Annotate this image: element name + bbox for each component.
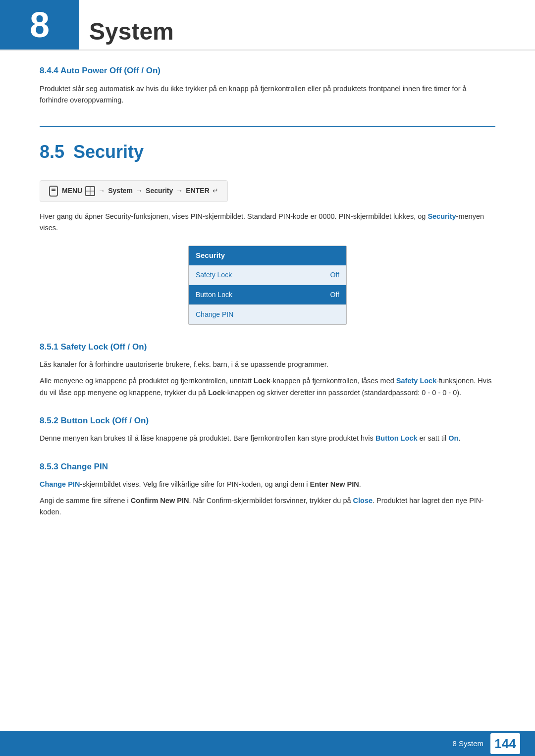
- text2-pre: Alle menyene og knappene på produktet og…: [40, 377, 254, 385]
- menu-path-security: Security: [146, 186, 173, 196]
- remote-icon: [49, 186, 58, 197]
- menu-path-menu: MENU: [62, 186, 82, 196]
- section-85-number: 8.5: [40, 139, 64, 165]
- section-85: 8.5 Security MENU → System → Security → …: [40, 139, 495, 518]
- security-menu-box: Security Safety Lock Off Button Lock Off…: [188, 246, 347, 325]
- menu-path-system: System: [108, 186, 133, 196]
- header-divider: [0, 50, 535, 50]
- text2-end: -knappen og skriver deretter inn passord…: [225, 389, 461, 397]
- chapter-number-block: 8: [0, 0, 79, 50]
- security-menu-container: Security Safety Lock Off Button Lock Off…: [40, 246, 495, 325]
- text1-mid: -skjermbildet vises. Velg fire vilkårlig…: [80, 480, 310, 488]
- text-pre: Denne menyen kan brukes til å låse knapp…: [40, 434, 375, 442]
- section-851-title: 8.5.1 Safety Lock (Off / On): [40, 341, 495, 353]
- text-bold2: On: [448, 434, 458, 442]
- text2-pre: Angi de samme fire sifrene i: [40, 497, 131, 504]
- menu-path: MENU → System → Security → ENTER ↵: [40, 180, 228, 202]
- section-853-title: 8.5.3 Change PIN: [40, 460, 495, 473]
- menu-item-safety-lock-label: Safety Lock: [196, 270, 232, 280]
- section-852-title: 8.5.2 Button Lock (Off / On): [40, 414, 495, 427]
- text1-bold: Change PIN: [40, 480, 80, 488]
- text2-bold: Confirm New PIN: [131, 497, 189, 504]
- section-853-text1: Change PIN-skjermbildet vises. Velg fire…: [40, 479, 495, 490]
- section-851-text1: Lås kanaler for å forhindre uautoriserte…: [40, 359, 495, 370]
- section-844-text: Produktet slår seg automatisk av hvis du…: [40, 83, 495, 106]
- menu-item-safety-lock-value: Off: [330, 270, 339, 280]
- text1-end: .: [359, 480, 361, 488]
- intro-text-1: Hver gang du åpner Security-funksjonen, …: [40, 212, 428, 220]
- chapter-title: System: [89, 14, 174, 50]
- section-851: 8.5.1 Safety Lock (Off / On) Lås kanaler…: [40, 341, 495, 399]
- section-844: 8.4.4 Auto Power Off (Off / On) Produkte…: [40, 64, 495, 106]
- text-bold: Button Lock: [375, 434, 418, 442]
- text2-bold2: Safety Lock: [396, 377, 436, 385]
- section-844-title: 8.4.4 Auto Power Off (Off / On): [40, 64, 495, 77]
- menu-item-change-pin[interactable]: Change PIN: [189, 305, 346, 324]
- text2-bold2: Close: [353, 497, 373, 504]
- text-mid: er satt til: [417, 434, 448, 442]
- text2-bold3: Lock: [208, 389, 225, 397]
- chapter-number: 8: [30, 7, 50, 43]
- text1-bold2: Enter New PIN: [310, 480, 359, 488]
- page-footer: 8 System 144: [0, 731, 535, 756]
- page-number: 144: [490, 733, 520, 754]
- intro-bold: Security: [428, 212, 456, 220]
- arrow-2: →: [136, 186, 143, 196]
- section-853: 8.5.3 Change PIN Change PIN-skjermbildet…: [40, 460, 495, 518]
- grid-icon: [85, 186, 95, 196]
- section-85-intro: Hver gang du åpner Security-funksjonen, …: [40, 211, 495, 234]
- section-853-text2: Angi de samme fire sifrene i Confirm New…: [40, 495, 495, 518]
- section-852-text: Denne menyen kan brukes til å låse knapp…: [40, 433, 495, 444]
- section-divider: [40, 126, 495, 127]
- section-85-header: 8.5 Security: [40, 139, 495, 165]
- text2-mid: . Når Confirm-skjermbildet forsvinner, t…: [189, 497, 353, 504]
- section-851-text2: Alle menyene og knappene på produktet og…: [40, 375, 495, 398]
- footer-text: 8 System: [452, 738, 483, 750]
- menu-item-button-lock-value: Off: [330, 290, 339, 300]
- menu-item-button-lock[interactable]: Button Lock Off: [189, 285, 346, 305]
- menu-item-change-pin-label: Change PIN: [196, 309, 233, 320]
- security-menu-header: Security: [189, 246, 346, 265]
- section-85-title: Security: [73, 139, 144, 165]
- text-end: .: [458, 434, 460, 442]
- section-852: 8.5.2 Button Lock (Off / On) Denne menye…: [40, 414, 495, 445]
- menu-item-safety-lock[interactable]: Safety Lock Off: [189, 265, 346, 285]
- enter-icon: ↵: [213, 186, 218, 196]
- menu-item-button-lock-label: Button Lock: [196, 290, 232, 300]
- menu-path-enter: ENTER: [186, 186, 209, 196]
- text2-mid1: -knappen på fjernkontrollen, låses med: [270, 377, 396, 385]
- arrow-1: →: [98, 186, 105, 196]
- main-content: 8.4.4 Auto Power Off (Off / On) Produkte…: [0, 0, 535, 574]
- text2-bold1: Lock: [254, 377, 270, 385]
- arrow-3: →: [176, 186, 183, 196]
